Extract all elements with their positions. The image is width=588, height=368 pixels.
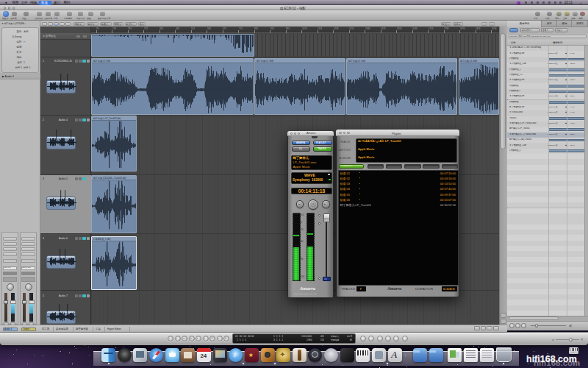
svg-text:hifi168.com: hifi168.com: [534, 358, 580, 367]
